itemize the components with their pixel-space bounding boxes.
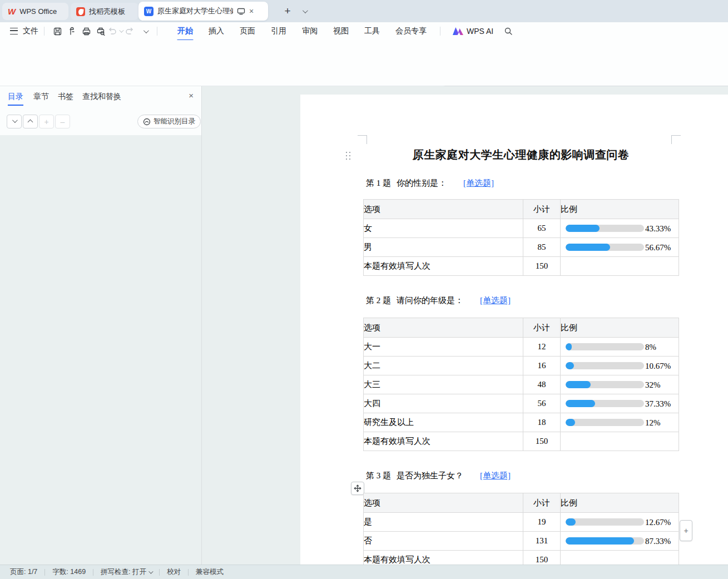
sidebar-tab-章节[interactable]: 章节 [33, 92, 49, 102]
new-tab-button[interactable]: + [281, 4, 294, 18]
menu-tab-视图[interactable]: 视图 [325, 23, 356, 39]
question-number: 第 3 题 [366, 471, 391, 480]
table-row: 本题有效填写人次150 [364, 257, 679, 276]
question-text: 是否为独生子女？ [397, 471, 463, 480]
header-cell: 小计 [523, 318, 561, 338]
tab-list-chevron-icon[interactable] [296, 4, 310, 18]
option-cell: 否 [364, 532, 523, 551]
ratio-bar-track [566, 400, 644, 407]
ratio-bar-wrap [561, 413, 679, 432]
word-count[interactable]: 字数: 1469 [52, 567, 86, 577]
table-row: 否13187.33% [364, 532, 679, 551]
close-pane-icon[interactable]: × [189, 91, 194, 100]
file-menu[interactable]: 文件 [23, 26, 38, 36]
ratio-bar-fill [566, 518, 576, 526]
word-doc-icon: W [144, 7, 153, 16]
ratio-percent: 8% [645, 342, 656, 352]
question-type-link[interactable]: [单选题] [480, 296, 511, 305]
option-cell: 本题有效填写人次 [364, 432, 523, 451]
menu-tab-引用[interactable]: 引用 [263, 23, 294, 39]
tab-wps-office[interactable]: W WPS Office [2, 3, 68, 20]
header-cell: 选项 [364, 493, 523, 513]
menu-tab-插入[interactable]: 插入 [201, 23, 232, 39]
divider [159, 569, 160, 576]
option-cell: 本题有效填写人次 [364, 551, 523, 565]
ratio-cell [561, 432, 679, 451]
ratio-percent: 32% [645, 380, 661, 389]
question-type-link[interactable]: [单选题] [463, 179, 494, 187]
menu-tab-审阅[interactable]: 审阅 [294, 23, 325, 39]
document-page[interactable]: 原生家庭对大学生心理健康的影响调查问卷 + 第 1 题你的性别是：[单选题]选项… [300, 95, 728, 565]
question-type-link[interactable]: [单选题] [480, 471, 511, 480]
table-row: 研究生及以上1812% [364, 413, 679, 432]
count-cell: 150 [523, 432, 561, 451]
document-title: 原生家庭对大学生心理健康的影响调查问卷 [363, 147, 679, 162]
compat-mode-indicator[interactable]: 兼容模式 [196, 567, 224, 577]
header-cell: 比例 [561, 318, 679, 338]
search-icon [504, 27, 513, 36]
ratio-percent: 87.33% [645, 536, 671, 546]
tab-document-active[interactable]: W 原生家庭对大学生心理健康的影响调查问卷 × [138, 2, 268, 21]
wps-ai-label: WPS AI [467, 27, 493, 36]
tab-label: 找稻壳模板 [89, 7, 125, 17]
redo-button[interactable] [122, 24, 137, 38]
paragraph-drag-handle[interactable] [345, 151, 351, 160]
spellcheck-toggle[interactable]: 拼写检查: 打开 [101, 567, 152, 577]
remove-level-button[interactable]: – [55, 115, 70, 128]
question-number: 第 2 题 [366, 296, 391, 305]
table-row: 大四5637.33% [364, 394, 679, 413]
search-button[interactable] [501, 24, 516, 38]
table-row: 男8556.67% [364, 238, 679, 257]
table-row: 大二1610.67% [364, 357, 679, 375]
main-menu-icon[interactable] [10, 28, 18, 34]
sidebar-tab-书签[interactable]: 书签 [58, 92, 73, 102]
header-label: 比例 [561, 205, 577, 214]
close-tab-icon[interactable]: × [249, 7, 254, 16]
ratio-cell: 10.67% [561, 357, 679, 375]
menu-tab-开始[interactable]: 开始 [170, 23, 201, 39]
header-label: 比例 [561, 323, 577, 332]
smart-toc-button[interactable]: 智能识别目录 [137, 115, 201, 128]
ratio-bar-fill [566, 225, 600, 232]
header-ratio-wrap: 比例 [561, 204, 679, 215]
collapse-all-button[interactable] [7, 115, 22, 128]
menu-tab-工具[interactable]: 工具 [356, 23, 388, 39]
proofread-button[interactable]: 校对 [167, 567, 181, 577]
ratio-bar-fill [566, 537, 634, 545]
table-row: 大一128% [364, 338, 679, 357]
ratio-cell: 12% [561, 413, 679, 432]
print-button[interactable] [79, 24, 93, 38]
ratio-percent: 56.67% [645, 243, 671, 252]
redo-icon [125, 27, 134, 35]
ratio-bar-fill [566, 381, 591, 388]
table-add-column-button[interactable]: + [680, 520, 692, 541]
table-row: 本题有效填写人次150 [364, 551, 679, 565]
question-line: 第 3 题是否为独生子女？[单选题] [366, 471, 511, 481]
table-move-handle[interactable] [351, 482, 364, 495]
wps-ai-icon [453, 27, 463, 35]
save-button[interactable] [50, 24, 65, 38]
undo-button[interactable] [108, 24, 122, 38]
wps-ai-button[interactable]: WPS AI [453, 27, 493, 36]
ratio-bar-fill [566, 400, 595, 407]
ratio-cell: 56.67% [561, 238, 679, 257]
menu-tab-会员专享[interactable]: 会员专享 [388, 23, 434, 39]
wps-logo-icon: W [8, 7, 16, 16]
quick-access-chevron[interactable] [137, 24, 151, 38]
export-pdf-button[interactable] [65, 24, 79, 38]
sidebar-tab-查找和替换[interactable]: 查找和替换 [82, 92, 121, 102]
sidebar-tab-目录[interactable]: 目录 [8, 92, 23, 102]
ratio-bar-track [566, 362, 644, 369]
survey-table: 选项小计比例是1912.67%否13187.33%本题有效填写人次150 [363, 493, 679, 565]
menu-tab-页面[interactable]: 页面 [232, 23, 263, 39]
count-cell: 12 [523, 338, 561, 357]
divider [440, 27, 440, 36]
tab-docer-templates[interactable]: 找稻壳模板 [71, 3, 138, 20]
tab-label: 原生家庭对大学生心理健康的影响调查问卷 [157, 6, 233, 16]
expand-all-button[interactable] [23, 115, 38, 128]
header-cell: 小计 [523, 493, 561, 513]
option-cell: 男 [364, 238, 523, 257]
print-preview-button[interactable] [93, 24, 108, 38]
question-text: 请问你的年级是： [397, 296, 463, 305]
add-level-button[interactable]: + [39, 115, 54, 128]
